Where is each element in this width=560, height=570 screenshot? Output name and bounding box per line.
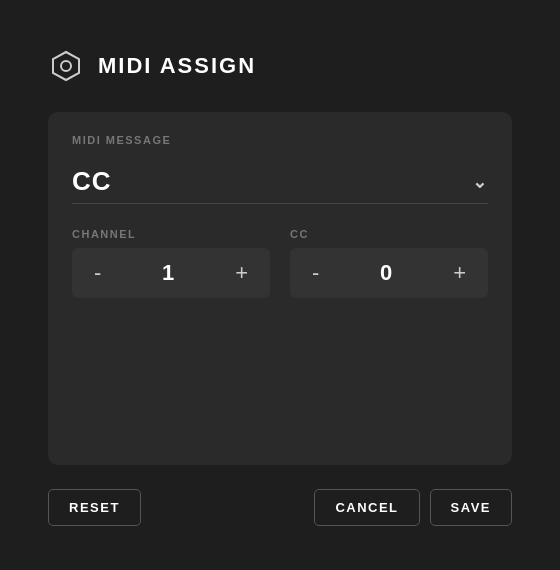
midi-message-card: MIDI MESSAGE CC ⌄ CHANNEL - 1 + CC [48, 112, 512, 465]
channel-decrement-button[interactable]: - [90, 262, 105, 284]
controls-row: CHANNEL - 1 + CC - 0 + [72, 228, 488, 298]
dropdown-container[interactable]: CC ⌄ [72, 160, 488, 204]
footer-right: CANCEL SAVE [314, 489, 512, 526]
chevron-down-icon: ⌄ [472, 171, 488, 193]
reset-button[interactable]: RESET [48, 489, 141, 526]
cc-stepper: - 0 + [290, 248, 488, 298]
cancel-button[interactable]: CANCEL [314, 489, 419, 526]
midi-assign-dialog: MIDI ASSIGN MIDI MESSAGE CC ⌄ CHANNEL - … [20, 20, 540, 550]
cc-value: 0 [371, 260, 401, 286]
channel-stepper: - 1 + [72, 248, 270, 298]
save-button[interactable]: SAVE [430, 489, 512, 526]
channel-control: CHANNEL - 1 + [72, 228, 270, 298]
channel-increment-button[interactable]: + [231, 262, 252, 284]
footer: RESET CANCEL SAVE [48, 489, 512, 526]
cc-control: CC - 0 + [290, 228, 488, 298]
dropdown-value: CC [72, 166, 112, 197]
header: MIDI ASSIGN [48, 48, 512, 84]
hexagon-icon [48, 48, 84, 84]
svg-marker-0 [53, 52, 79, 80]
svg-point-1 [61, 61, 71, 71]
channel-label: CHANNEL [72, 228, 270, 240]
cc-label: CC [290, 228, 488, 240]
midi-message-label: MIDI MESSAGE [72, 134, 488, 146]
midi-type-dropdown[interactable]: CC ⌄ [72, 160, 488, 204]
page-title: MIDI ASSIGN [98, 53, 256, 79]
channel-value: 1 [153, 260, 183, 286]
cc-decrement-button[interactable]: - [308, 262, 323, 284]
cc-increment-button[interactable]: + [449, 262, 470, 284]
